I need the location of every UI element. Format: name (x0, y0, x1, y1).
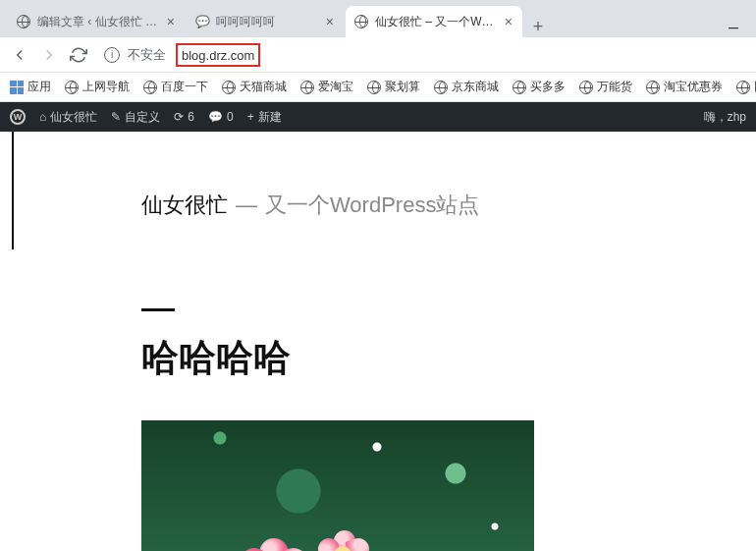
bookmark-label: 买多多 (530, 79, 566, 95)
bookmark-item[interactable]: 京东商城 (434, 79, 499, 95)
globe-icon (353, 14, 369, 29)
bookmark-label: 上网导航 (82, 79, 130, 95)
wp-site-link[interactable]: ⌂ 仙女很忙 (39, 109, 97, 126)
bookmark-item[interactable]: 网址导航 (736, 79, 756, 95)
bookmark-label: 万能货 (597, 79, 632, 95)
close-icon[interactable]: × (503, 14, 514, 29)
globe-icon (434, 81, 448, 94)
tab-title: 编辑文章 ‹ 仙女很忙 — WordPr… (37, 14, 159, 30)
bookmark-label: 淘宝优惠券 (664, 79, 723, 95)
chat-icon: 💬 (194, 14, 210, 29)
wp-admin-bar: W ⌂ 仙女很忙 ✎ 自定义 ⟳ 6 💬 0 + 新建 嗨，zhp (0, 102, 756, 132)
heading-divider (141, 308, 175, 311)
globe-icon (16, 14, 31, 29)
bookmark-item[interactable]: 买多多 (513, 79, 566, 95)
close-icon[interactable]: × (165, 14, 177, 29)
wordpress-icon: W (10, 109, 26, 125)
apps-icon (10, 81, 24, 94)
url-text: blog.drz.com (182, 48, 254, 63)
image-flower (240, 538, 308, 551)
bookmark-item[interactable]: 淘宝优惠券 (646, 79, 723, 95)
bookmark-label: 天猫商城 (240, 79, 287, 95)
new-tab-button[interactable]: + (524, 17, 552, 37)
plus-icon: + (247, 110, 254, 124)
bookmark-item[interactable]: 上网导航 (65, 79, 130, 95)
bookmark-item[interactable]: 爱淘宝 (300, 79, 353, 95)
home-icon: ⌂ (39, 110, 46, 124)
image-flower (318, 530, 373, 551)
browser-tab[interactable]: 💬 呵呵呵呵呵 × (187, 6, 344, 37)
forward-button[interactable] (39, 45, 59, 65)
browser-tab-bar: 编辑文章 ‹ 仙女很忙 — WordPr… × 💬 呵呵呵呵呵 × 仙女很忙 –… (0, 0, 756, 37)
globe-icon (736, 81, 750, 94)
globe-icon (222, 81, 236, 94)
bookmark-item[interactable]: 百度一下 (143, 79, 208, 95)
bookmark-apps[interactable]: 应用 (10, 79, 51, 95)
refresh-icon: ⟳ (174, 110, 184, 124)
title-separator: — (236, 193, 257, 218)
site-title-link[interactable]: 仙女很忙 (141, 191, 228, 220)
security-label: 不安全 (128, 46, 166, 64)
wp-site-name: 仙女很忙 (50, 109, 97, 126)
tab-title: 呵呵呵呵呵 (216, 14, 318, 30)
globe-icon (513, 81, 526, 94)
globe-icon (579, 81, 593, 94)
bookmark-label: 京东商城 (452, 79, 499, 95)
brush-icon: ✎ (111, 110, 121, 124)
left-edge-border (0, 132, 14, 249)
bookmark-item[interactable]: 天猫商城 (222, 79, 287, 95)
wp-comments[interactable]: 💬 0 (208, 110, 234, 124)
wp-logo-menu[interactable]: W (10, 109, 26, 125)
comment-icon: 💬 (208, 110, 223, 124)
bookmark-label: 百度一下 (161, 79, 208, 95)
bookmark-item[interactable]: 聚划算 (367, 79, 420, 95)
bookmark-label: 应用 (27, 79, 51, 95)
page-content: 仙女很忙 — 又一个WordPress站点 哈哈哈哈 (0, 132, 756, 551)
featured-image[interactable] (141, 420, 534, 551)
bookmark-label: 聚划算 (385, 79, 420, 95)
browser-nav-bar: i 不安全 blog.drz.com (0, 37, 756, 73)
globe-icon (143, 81, 157, 94)
site-header: 仙女很忙 — 又一个WordPress站点 (141, 191, 756, 220)
globe-icon (65, 81, 79, 94)
browser-tab[interactable]: 编辑文章 ‹ 仙女很忙 — WordPr… × (8, 6, 185, 37)
reload-button[interactable] (69, 45, 88, 65)
wp-user-greeting[interactable]: 嗨，zhp (704, 109, 746, 126)
globe-icon (300, 81, 314, 94)
bookmark-label: 爱淘宝 (318, 79, 353, 95)
globe-icon (367, 81, 381, 94)
tab-title: 仙女很忙 – 又一个WordPress站… (375, 14, 497, 30)
minimize-icon[interactable]: – (729, 17, 738, 37)
site-tagline: 又一个WordPress站点 (265, 191, 479, 220)
globe-icon (646, 81, 660, 94)
bookmark-bar: 应用 上网导航 百度一下 天猫商城 爱淘宝 聚划算 京东商城 买多多 万能货 淘… (0, 73, 756, 102)
browser-tab-active[interactable]: 仙女很忙 – 又一个WordPress站… × (346, 6, 522, 37)
info-icon[interactable]: i (104, 47, 120, 63)
wp-new-menu[interactable]: + 新建 (247, 109, 282, 126)
wp-updates[interactable]: ⟳ 6 (174, 110, 194, 124)
wp-updates-count: 6 (188, 110, 194, 124)
close-icon[interactable]: × (324, 14, 336, 29)
wp-comments-count: 0 (227, 110, 234, 124)
address-bar[interactable]: i 不安全 blog.drz.com (104, 43, 746, 67)
url-highlight-box: blog.drz.com (176, 43, 260, 67)
bookmark-item[interactable]: 万能货 (579, 79, 632, 95)
wp-customize-link[interactable]: ✎ 自定义 (111, 109, 160, 126)
wp-new-label: 新建 (258, 109, 282, 126)
wp-customize-label: 自定义 (125, 109, 160, 126)
back-button[interactable] (10, 45, 29, 65)
post-title[interactable]: 哈哈哈哈 (141, 333, 756, 383)
